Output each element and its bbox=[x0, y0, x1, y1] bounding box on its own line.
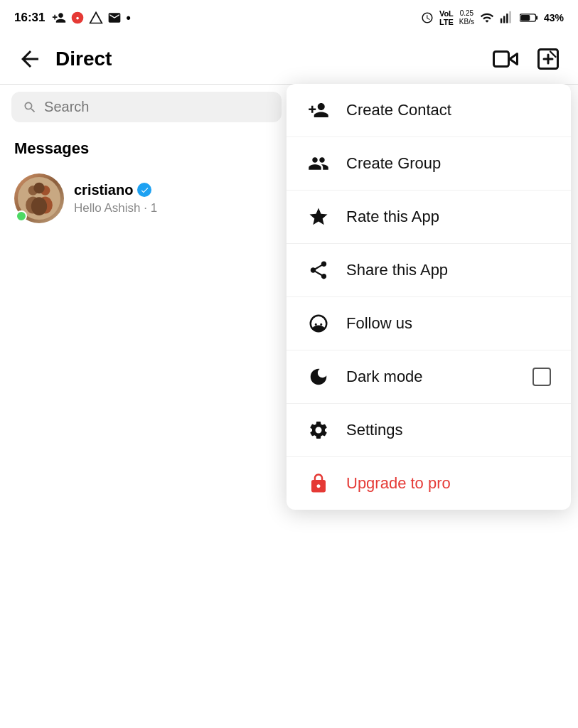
svg-marker-2 bbox=[90, 13, 102, 23]
star-icon bbox=[306, 206, 331, 228]
message-name-row: cristiano bbox=[74, 182, 157, 198]
svg-rect-9 bbox=[520, 15, 530, 21]
online-indicator bbox=[16, 210, 27, 222]
menu-item-follow-us[interactable]: Follow us bbox=[287, 297, 571, 350]
triangle-icon bbox=[89, 11, 103, 25]
video-call-button[interactable] bbox=[490, 43, 521, 75]
svg-point-19 bbox=[31, 197, 47, 215]
svg-rect-8 bbox=[536, 16, 538, 19]
status-bar: 16:31 ● • VoLLTE 0.25KB/s 43% bbox=[0, 0, 578, 34]
add-group-icon bbox=[306, 153, 331, 174]
menu-label-follow-us: Follow us bbox=[346, 314, 551, 333]
verified-badge bbox=[137, 183, 151, 197]
add-person-icon bbox=[52, 11, 66, 25]
svg-text:●: ● bbox=[76, 14, 80, 21]
share-icon bbox=[306, 259, 331, 281]
nav-actions bbox=[490, 43, 564, 75]
dropdown-menu: Create Contact Create Group Rate this Ap… bbox=[287, 84, 571, 510]
svg-rect-10 bbox=[494, 52, 509, 67]
menu-label-create-group: Create Group bbox=[346, 154, 551, 173]
svg-marker-11 bbox=[510, 54, 518, 65]
alarm-icon bbox=[421, 11, 434, 24]
search-icon bbox=[23, 100, 37, 115]
page-title: Direct bbox=[55, 48, 112, 70]
lock-icon bbox=[306, 473, 331, 494]
avatar-container bbox=[14, 173, 64, 223]
follow-icon bbox=[306, 313, 331, 334]
dark-mode-checkbox[interactable] bbox=[532, 368, 551, 386]
volte-icon: VoLLTE bbox=[439, 9, 454, 26]
menu-label-share-app: Share this App bbox=[346, 261, 551, 279]
signal-icon bbox=[500, 11, 514, 25]
svg-rect-5 bbox=[506, 14, 508, 23]
status-left-icons: ● • bbox=[52, 11, 130, 26]
menu-label-settings: Settings bbox=[346, 421, 551, 439]
contact-name: cristiano bbox=[74, 182, 133, 198]
search-bar[interactable] bbox=[11, 92, 282, 122]
message-info: cristiano Hello Ashish · 1 bbox=[74, 182, 157, 215]
battery-icon bbox=[520, 12, 538, 23]
menu-item-share-app[interactable]: Share this App bbox=[287, 244, 571, 297]
status-time: 16:31 bbox=[14, 11, 45, 25]
message-preview: Hello Ashish · 1 bbox=[74, 201, 157, 215]
menu-item-dark-mode[interactable]: Dark mode bbox=[287, 350, 571, 404]
menu-item-create-contact[interactable]: Create Contact bbox=[287, 84, 571, 137]
add-person-icon bbox=[306, 100, 331, 121]
svg-rect-4 bbox=[503, 16, 505, 23]
menu-item-create-group[interactable]: Create Group bbox=[287, 137, 571, 191]
svg-point-16 bbox=[33, 183, 44, 193]
menu-item-rate-app[interactable]: Rate this App bbox=[287, 191, 571, 244]
menu-label-upgrade: Upgrade to pro bbox=[346, 474, 551, 493]
network-speed: 0.25KB/s bbox=[459, 9, 474, 26]
menu-item-upgrade[interactable]: Upgrade to pro bbox=[287, 457, 571, 510]
menu-item-settings[interactable]: Settings bbox=[287, 404, 571, 457]
moon-icon bbox=[306, 366, 331, 387]
top-nav: Direct bbox=[0, 34, 578, 84]
wifi-icon bbox=[480, 11, 494, 25]
menu-label-dark-mode: Dark mode bbox=[346, 368, 517, 386]
search-input[interactable] bbox=[44, 99, 270, 115]
dot-icon: • bbox=[126, 11, 130, 26]
app-icon: ● bbox=[70, 11, 85, 25]
battery-percent: 43% bbox=[544, 12, 564, 23]
menu-label-rate-app: Rate this App bbox=[346, 208, 551, 226]
svg-rect-6 bbox=[509, 11, 511, 23]
menu-label-create-contact: Create Contact bbox=[346, 101, 551, 119]
mail-icon bbox=[107, 11, 122, 25]
svg-rect-3 bbox=[501, 18, 503, 23]
gear-icon bbox=[306, 419, 331, 441]
back-button[interactable] bbox=[14, 43, 46, 75]
status-right-icons: VoLLTE 0.25KB/s 43% bbox=[421, 9, 564, 26]
compose-button[interactable] bbox=[532, 43, 564, 75]
